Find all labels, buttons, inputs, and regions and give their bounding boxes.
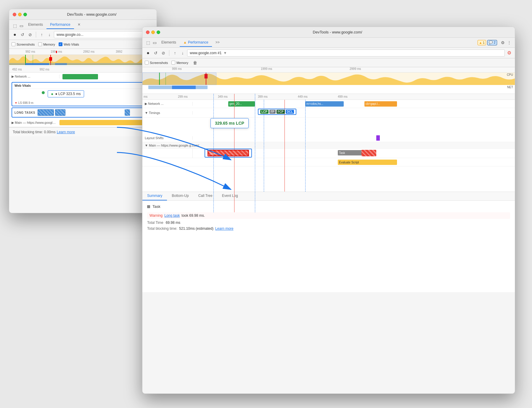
- back-devtools-window: DevTools - www.google.com/ ⬚ ▭ Elements …: [9, 9, 157, 213]
- back-reload-button[interactable]: ↺: [19, 31, 26, 38]
- back-record-button[interactable]: ●: [12, 31, 18, 38]
- front-net-overview: [142, 86, 515, 89]
- back-screenshots-option[interactable]: Screenshots: [12, 42, 35, 46]
- back-screenshots-checkbox[interactable]: [12, 42, 15, 46]
- front-task-2-striped: [361, 150, 376, 156]
- front-reload-button[interactable]: ↺: [152, 50, 159, 56]
- front-clear-recordings-icon[interactable]: 🗑: [192, 60, 198, 66]
- front-network-content: gen_20... m=cdos,hs... cb=gapi.l...: [193, 100, 515, 108]
- back-url-bar: www.google.co...: [54, 31, 154, 38]
- back-window-title: DevTools - www.google.com/: [30, 12, 153, 17]
- front-net-label: NET: [507, 86, 513, 89]
- front-memory-checkbox[interactable]: [171, 61, 175, 65]
- front-tab-bottom-up[interactable]: Bottom-Up: [167, 192, 193, 200]
- svg-rect-7: [55, 63, 67, 65]
- front-total-time-label: Total Time: [147, 221, 163, 225]
- front-maximize-button[interactable]: [157, 30, 160, 34]
- front-timings-row: ▼ Timings LCP FP FCP DCL: [142, 108, 515, 118]
- front-sub-mark-ms: ms: [144, 95, 147, 98]
- front-learn-more-link[interactable]: Learn more: [215, 227, 233, 231]
- front-warning-text: took 69.98 ms.: [181, 213, 205, 218]
- back-long-tasks-highlight: LONG TASKS: [12, 107, 154, 118]
- front-memory-option[interactable]: Memory: [171, 61, 188, 65]
- back-webvitals-label: Web Vitals: [64, 43, 79, 46]
- front-more-icon[interactable]: ⋮: [506, 39, 512, 46]
- back-download-button[interactable]: ↓: [46, 31, 53, 38]
- front-network-block-1: gen_20...: [228, 101, 255, 107]
- back-clear-button[interactable]: ⊘: [27, 31, 33, 38]
- front-track-dashed-2: [305, 100, 306, 192]
- front-long-task-link[interactable]: Long task: [164, 213, 180, 218]
- front-device-icon[interactable]: ▭: [151, 39, 158, 46]
- front-toolbar-sep1: [169, 50, 169, 56]
- front-tab-elements[interactable]: Elements: [158, 38, 180, 47]
- front-blocking-row: Total blocking time: 521.10ms (estimated…: [147, 227, 510, 231]
- back-main-label: ▶ Main — https://www.google.com/: [9, 121, 60, 125]
- front-timings-section: ▼ Timings LCP FP FCP DCL 329.65 ms LCP: [142, 108, 515, 118]
- front-upload-button[interactable]: ↑: [172, 50, 178, 56]
- front-inspector-icon[interactable]: ⬚: [145, 39, 151, 46]
- front-performance-settings-icon[interactable]: ⚙: [506, 50, 512, 56]
- back-tab-elements[interactable]: Elements: [25, 21, 46, 29]
- front-tab-summary[interactable]: Summary: [142, 192, 167, 200]
- back-total-blocking-text: Total blocking time: 0.00ms: [13, 130, 56, 134]
- front-minimize-button[interactable]: [151, 30, 155, 34]
- front-timeline-overview: 999 ms 1999 ms 2999 ms CPU NET: [142, 67, 515, 94]
- front-evaluate-content: Evaluate Script: [193, 158, 515, 166]
- front-task-highlight-box: [205, 149, 252, 158]
- front-blocking-value: 521.10ms (estimated): [179, 227, 213, 231]
- front-screenshots-label: Screenshots: [150, 61, 168, 65]
- front-tab-event-log[interactable]: Event Log: [217, 192, 243, 200]
- back-close-button[interactable]: [13, 13, 16, 16]
- back-tab-performance[interactable]: Performance: [46, 21, 74, 29]
- front-sub-ruler: ms 299 ms 349 ms 399 ms 449 ms 499 ms: [142, 94, 515, 100]
- front-clear-button[interactable]: ⊘: [160, 50, 167, 56]
- front-tab-bar: ⬚ ▭ Elements ▲ Performance >> ▲ 1 💬 2 ⚙ …: [142, 38, 515, 48]
- back-sub-ruler: 492 ms 992 ms: [9, 66, 157, 72]
- front-sub-mark-449: 449 ms: [298, 95, 308, 98]
- front-bottom-tabs: Summary Bottom-Up Call Tree Event Log: [142, 192, 515, 201]
- front-warning-badge[interactable]: ▲ 1: [478, 40, 486, 45]
- front-warning-row: Warning Long task took 69.98 ms.: [147, 212, 510, 219]
- back-tab-close[interactable]: ✕: [74, 21, 84, 29]
- front-window-title: DevTools - www.google.com/: [164, 30, 511, 34]
- front-dcl-marker: DCL: [286, 110, 294, 114]
- back-webvitals-checkbox[interactable]: ✓: [59, 42, 62, 46]
- front-cpu-label: CPU: [507, 73, 513, 76]
- front-screenshots-checkbox[interactable]: [145, 61, 149, 65]
- front-network-row: ▶ Network ... gen_20... m=cdos,hs... cb=…: [142, 100, 515, 108]
- back-sub-mark2: 992 ms: [40, 68, 49, 71]
- front-fcp-marker: FCP: [277, 110, 285, 114]
- back-device-icon[interactable]: ▭: [18, 23, 25, 29]
- back-minimize-button[interactable]: [18, 13, 22, 16]
- back-memory-option[interactable]: Memory: [38, 42, 55, 46]
- back-web-vitals-title: Web Vitals: [12, 83, 154, 89]
- back-learn-more-link[interactable]: Learn more: [57, 130, 75, 134]
- front-record-button[interactable]: ●: [145, 50, 151, 56]
- back-inspector-icon[interactable]: ⬚: [12, 23, 18, 29]
- front-layout-shifts-content: [193, 134, 515, 142]
- back-maximize-button[interactable]: [23, 13, 27, 16]
- back-screenshots-label: Screenshots: [17, 43, 35, 46]
- front-summary-content: Task Warning Long task took 69.98 ms. To…: [142, 201, 515, 234]
- front-screenshots-option[interactable]: Screenshots: [145, 61, 168, 65]
- back-upload-button[interactable]: ↑: [38, 31, 45, 38]
- front-main-section-label: ▼ Main — https://www.google.g.com/: [142, 144, 201, 147]
- back-footer: Total blocking time: 0.00ms Learn more: [9, 127, 157, 136]
- back-memory-checkbox[interactable]: [38, 42, 42, 46]
- front-comment-badge[interactable]: 💬 2: [487, 40, 497, 45]
- front-task-icon: [147, 205, 150, 208]
- front-settings-icon[interactable]: ⚙: [499, 39, 506, 46]
- back-webvitals-option[interactable]: ✓ Web Vitals: [59, 42, 79, 46]
- back-sub-mark1: 492 ms: [12, 68, 22, 71]
- front-task-title: Task: [152, 204, 160, 209]
- front-tab-performance[interactable]: ▲ Performance: [180, 38, 212, 47]
- back-tracks-area: ▶ Network ... Web Vitals ● ● LCP 323.5 m…: [9, 73, 157, 127]
- back-ruler-mark4: 3992: [116, 50, 122, 53]
- front-main-section: ▼ Main — https://www.google.g.com/ Task: [142, 142, 515, 166]
- front-close-button[interactable]: [146, 30, 150, 34]
- front-tab-more[interactable]: >>: [212, 38, 223, 47]
- front-url-text: www.google.com #1: [190, 51, 221, 55]
- front-download-button[interactable]: ↓: [179, 50, 186, 56]
- back-long-task-3: [125, 109, 130, 116]
